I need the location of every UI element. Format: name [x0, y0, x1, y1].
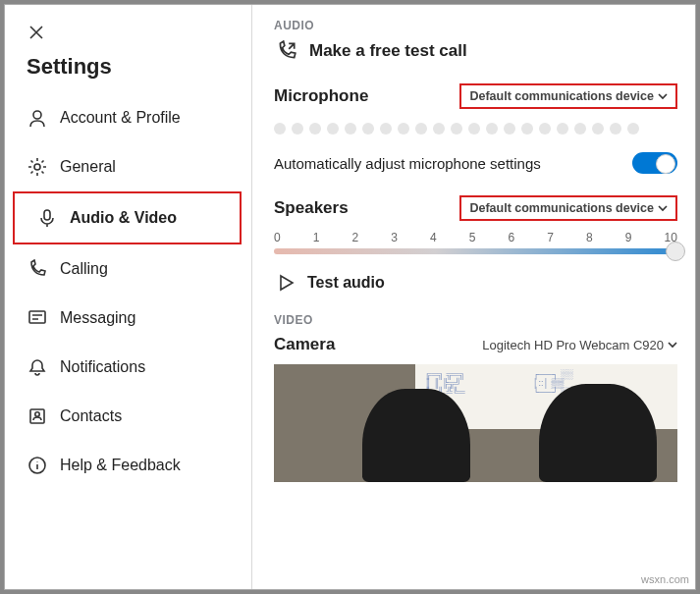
- chevron-down-icon: [658, 203, 668, 213]
- camera-preview: ╔═╗ ╦═╗║ ║ ╠╦╝╚═╝ ╩╚═ ┌──┐ ░░│::│ ▒▒└──┘…: [274, 364, 677, 482]
- microphone-device-select[interactable]: Default communications device: [459, 83, 677, 109]
- sidebar-item-label: Messaging: [60, 309, 135, 327]
- info-icon: [25, 456, 50, 475]
- speakers-label: Speakers: [274, 198, 349, 218]
- settings-title: Settings: [27, 54, 251, 80]
- slider-knob[interactable]: [666, 242, 685, 261]
- phone-outgoing-icon: [274, 40, 299, 62]
- chevron-down-icon: [658, 91, 668, 101]
- phone-icon: [25, 259, 50, 279]
- make-free-test-call-button[interactable]: Make a free test call: [274, 40, 677, 62]
- test-audio-button[interactable]: Test audio: [274, 274, 677, 292]
- person-icon: [25, 108, 50, 128]
- sidebar-item-audio-video[interactable]: Audio & Video: [15, 193, 240, 243]
- svg-point-0: [33, 111, 41, 119]
- audio-section-label: AUDIO: [274, 19, 677, 32]
- sidebar-item-help-feedback[interactable]: Help & Feedback: [5, 441, 251, 490]
- microphone-device-value: Default communications device: [469, 89, 654, 103]
- svg-rect-2: [44, 210, 50, 220]
- sidebar-item-contacts[interactable]: Contacts: [5, 392, 251, 441]
- play-icon: [274, 274, 297, 292]
- sidebar-item-label: Contacts: [60, 407, 122, 425]
- microphone-icon: [34, 208, 60, 228]
- sidebar-item-general[interactable]: General: [5, 142, 251, 191]
- speaker-volume-slider[interactable]: [274, 248, 677, 254]
- video-section-label: VIDEO: [274, 313, 677, 327]
- sidebar-item-label: Audio & Video: [70, 209, 177, 227]
- sidebar-item-calling[interactable]: Calling: [5, 244, 251, 294]
- speaker-volume-scale: 012345678910: [274, 231, 677, 244]
- sidebar-item-label: Account & Profile: [60, 109, 181, 127]
- svg-rect-3: [29, 311, 45, 323]
- sidebar-item-label: Calling: [60, 260, 108, 278]
- sidebar-item-notifications[interactable]: Notifications: [5, 343, 251, 392]
- contacts-icon: [25, 406, 50, 426]
- svg-point-5: [35, 412, 39, 416]
- sidebar-item-label: Notifications: [60, 358, 145, 376]
- camera-label: Camera: [274, 335, 335, 354]
- test-audio-label: Test audio: [307, 274, 385, 292]
- microphone-label: Microphone: [274, 86, 368, 106]
- speakers-device-value: Default communications device: [469, 201, 654, 215]
- sidebar-item-messaging[interactable]: Messaging: [5, 294, 251, 343]
- speakers-device-select[interactable]: Default communications device: [459, 195, 677, 221]
- sidebar: Settings Account & Profile General Audio…: [5, 5, 252, 589]
- camera-device-select[interactable]: Logitech HD Pro Webcam C920: [482, 338, 677, 352]
- sidebar-item-label: Help & Feedback: [60, 457, 181, 474]
- close-button[interactable]: [19, 15, 54, 50]
- auto-adjust-label: Automatically adjust microphone settings: [274, 155, 541, 172]
- sidebar-item-account-profile[interactable]: Account & Profile: [5, 93, 251, 142]
- test-call-label: Make a free test call: [309, 41, 467, 61]
- sidebar-item-label: General: [60, 158, 116, 176]
- auto-adjust-toggle[interactable]: [632, 152, 677, 174]
- gear-icon: [25, 157, 50, 177]
- content-panel: AUDIO Make a free test call Microphone D…: [252, 5, 695, 589]
- message-icon: [25, 308, 50, 328]
- close-icon: [29, 26, 43, 39]
- chevron-down-icon: [668, 340, 677, 350]
- watermark: wsxn.com: [641, 573, 689, 585]
- svg-point-1: [34, 164, 40, 170]
- microphone-level-meter: [274, 123, 677, 135]
- camera-device-value: Logitech HD Pro Webcam C920: [482, 338, 664, 352]
- bell-icon: [25, 357, 50, 377]
